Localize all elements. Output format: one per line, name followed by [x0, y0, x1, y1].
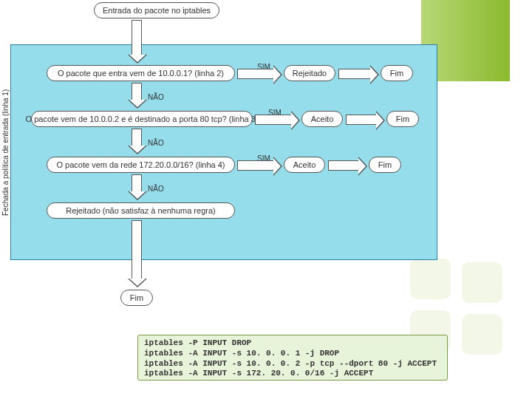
label-nao-2: NÃO — [148, 139, 164, 147]
arrow-right-icon — [237, 160, 274, 171]
arrow-right-icon — [338, 69, 371, 79]
iptables-code-block: iptables -P INPUT DROP iptables -A INPUT… — [137, 335, 448, 381]
arrow-down-icon — [132, 174, 142, 192]
label-nao-1: NÃO — [148, 93, 164, 101]
node-rejected-1: Rejeitado — [284, 65, 335, 81]
node-accepted-2: Aceito — [301, 111, 343, 127]
node-end-1: Fim — [381, 65, 413, 81]
arrow-right-icon — [237, 69, 274, 79]
label-nao-3: NÃO — [148, 185, 164, 193]
arrow-down-icon — [132, 220, 142, 279]
arrow-right-icon — [328, 160, 359, 171]
node-question-3: O pacote vem da rede 172.20.0.0/16? (lin… — [47, 157, 235, 173]
arrow-down-icon — [132, 83, 142, 100]
panel-side-label: Fechada a política de entrada (linha 1) — [0, 49, 10, 256]
node-question-1: O pacote que entra vem de 10.0.0.1? (lin… — [47, 65, 235, 81]
node-question-2: O pacote vem de 10.0.0.2 e é destinado a… — [31, 111, 253, 127]
node-accepted-3: Aceito — [284, 157, 325, 173]
arrow-right-icon — [255, 115, 292, 125]
node-start: Entrada do pacote no iptables — [94, 2, 219, 18]
arrow-right-icon — [346, 115, 377, 125]
arrow-down-icon — [132, 20, 142, 55]
node-default-reject: Rejeitado (não satisfaz à nenhuma regra) — [47, 202, 235, 219]
node-end-final: Fim — [120, 290, 153, 306]
node-end-2: Fim — [386, 111, 419, 127]
node-end-3: Fim — [369, 157, 401, 173]
arrow-down-icon — [132, 129, 142, 146]
